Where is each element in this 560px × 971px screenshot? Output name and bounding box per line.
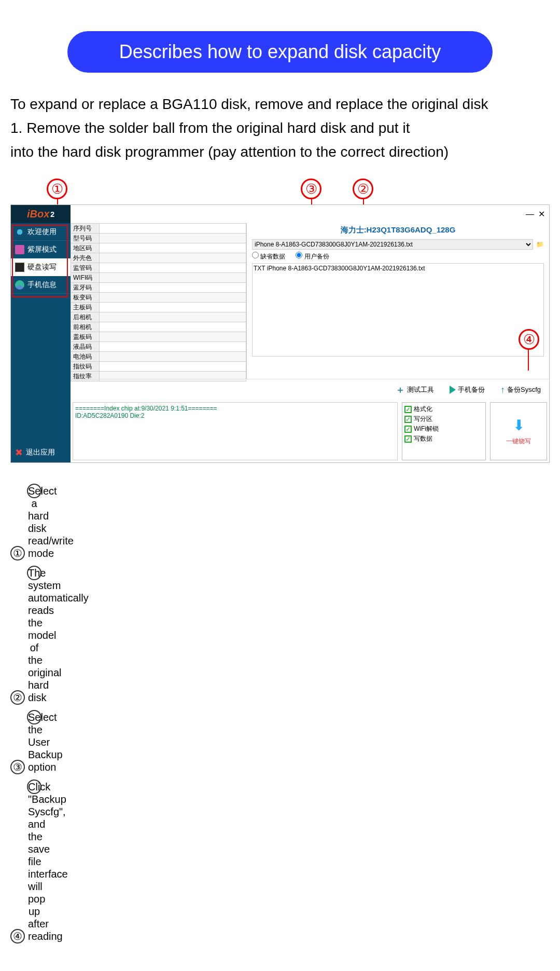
prop-value[interactable] <box>100 224 246 234</box>
prop-value[interactable] <box>100 352 246 362</box>
burn-button[interactable]: ⬇ 一键烧写 <box>490 402 547 460</box>
download-icon: ⬇ <box>513 417 525 434</box>
tool-backup-syscfg[interactable]: ↑备份Syscfg <box>500 384 541 396</box>
prop-label: 蓝牙码 <box>71 283 100 293</box>
prop-label: 液晶码 <box>71 342 100 352</box>
checkbox-icon[interactable]: ✓ <box>404 435 412 443</box>
prop-label: 盖板码 <box>71 332 100 342</box>
window-controls: — ✕ <box>71 205 549 223</box>
plus-icon: ＋ <box>396 384 405 396</box>
check-label: 格式化 <box>414 405 432 414</box>
page-banner: Describes how to expand disk capacity <box>67 31 493 73</box>
prop-label: 型号码 <box>71 234 100 243</box>
prop-value[interactable] <box>100 263 246 273</box>
file-list[interactable]: TXT iPhone 8-A1863-GCD738300G8J0Y1AM-202… <box>252 263 544 357</box>
prop-label: 外壳色 <box>71 253 100 263</box>
prop-value[interactable] <box>100 293 246 303</box>
sidebar-item-purple[interactable]: 紫屏模式 <box>11 241 71 258</box>
check-label: WiFi解锁 <box>414 425 439 433</box>
chip-icon <box>15 263 24 272</box>
prop-value[interactable] <box>100 253 246 263</box>
close-button[interactable]: ✕ <box>538 209 545 219</box>
prop-label: 电池码 <box>71 352 100 362</box>
checkbox-icon[interactable]: ✓ <box>404 416 412 423</box>
prop-value[interactable] <box>100 342 246 352</box>
check-label: 写分区 <box>414 415 432 423</box>
prop-label: 监管码 <box>71 263 100 273</box>
prop-label: WIFI码 <box>71 273 100 283</box>
callout-1: ① <box>47 179 67 199</box>
tool-test[interactable]: ＋测试工具 <box>396 384 434 396</box>
prop-value[interactable] <box>100 273 246 283</box>
file-select[interactable]: iPhone 8-A1863-GCD738300G8J0Y1AM-2021926… <box>252 239 533 250</box>
log-panel: ========Index chip at:9/30/2021 9:1:51==… <box>73 402 398 460</box>
instruction-steps: ①Select a hard disk read/write mode ②The… <box>10 484 550 949</box>
callout-3: ③ <box>301 179 321 199</box>
check-label: 写数据 <box>414 434 432 443</box>
sidebar-item-phone[interactable]: 手机信息 <box>11 276 71 294</box>
checkbox-icon[interactable]: ✓ <box>404 426 412 433</box>
prop-label: 指纹码 <box>71 362 100 372</box>
folder-icon[interactable]: 📁 <box>536 241 544 248</box>
sidebar-item-welcome[interactable]: 欢迎使用 <box>11 223 71 241</box>
refresh-icon <box>15 280 24 290</box>
upload-icon: ↑ <box>500 385 505 395</box>
intro-text: To expand or replace a BGA110 disk, remo… <box>10 93 550 163</box>
prop-value[interactable] <box>100 312 246 322</box>
radio-user-backup[interactable]: 用户备份 <box>296 252 329 261</box>
screen-icon <box>15 245 24 254</box>
prop-value[interactable] <box>100 283 246 293</box>
prop-value[interactable] <box>100 362 246 372</box>
tool-phone-backup[interactable]: 手机备份 <box>450 384 485 396</box>
ibox-app-window: iBox2 欢迎使用 紫屏模式 硬盘读写 手机信息 ✖退出应用 — ✕ 序列号型… <box>10 204 550 463</box>
prop-value[interactable] <box>100 243 246 253</box>
prop-label: 序列号 <box>71 224 100 234</box>
prop-label: 主板码 <box>71 303 100 312</box>
star-icon <box>15 227 24 237</box>
checklist: ✓格式化✓写分区✓WiFi解锁✓写数据 <box>402 402 486 460</box>
prop-label: 后相机 <box>71 312 100 322</box>
minimize-button[interactable]: — <box>526 210 534 219</box>
prop-label: 板变码 <box>71 293 100 303</box>
prop-value[interactable] <box>100 234 246 243</box>
prop-label: 前相机 <box>71 322 100 332</box>
play-icon <box>450 386 456 394</box>
prop-label: 地区码 <box>71 243 100 253</box>
prop-value[interactable] <box>100 303 246 312</box>
callout-2: ② <box>353 179 373 199</box>
close-icon: ✖ <box>15 447 23 458</box>
checkbox-icon[interactable]: ✓ <box>404 406 412 413</box>
sidebar-item-hdd[interactable]: 硬盘读写 <box>11 258 71 276</box>
prop-value[interactable] <box>100 322 246 332</box>
radio-default[interactable]: 缺省数据 <box>252 252 285 261</box>
app-logo: iBox2 <box>11 205 71 223</box>
chip-model-label: 海力士:H23Q1T83G6ADQ_128G <box>252 225 544 235</box>
callout-4: ④ <box>519 329 539 350</box>
sidebar-exit[interactable]: ✖退出应用 <box>15 447 55 458</box>
sidebar: iBox2 欢迎使用 紫屏模式 硬盘读写 手机信息 ✖退出应用 <box>11 205 71 462</box>
properties-panel: 序列号型号码地区码外壳色监管码WIFI码蓝牙码板变码主板码后相机前相机盖板码液晶… <box>71 223 247 379</box>
prop-value[interactable] <box>100 332 246 342</box>
